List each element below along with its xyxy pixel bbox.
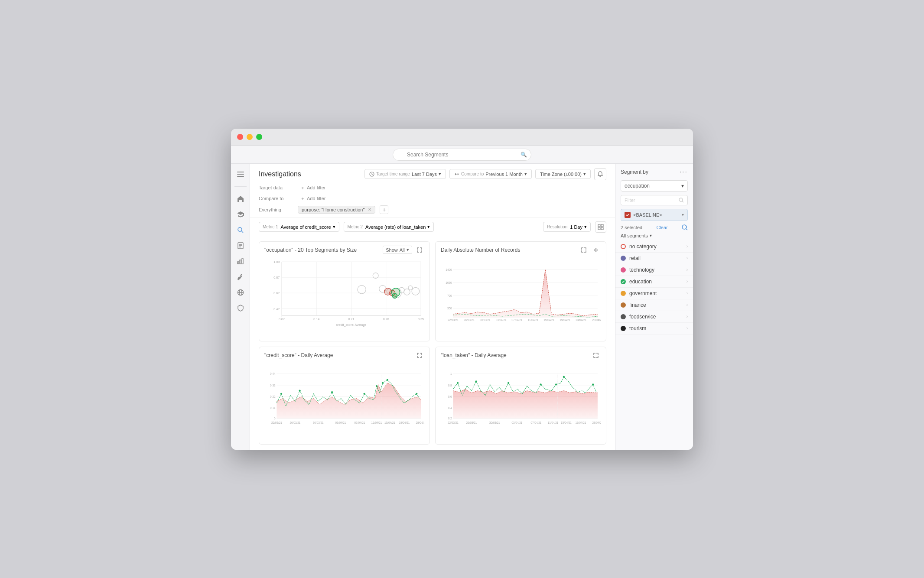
page-header: Investigations Target time range Last 7 …: [250, 164, 615, 180]
segment-item-finance[interactable]: finance ›: [615, 299, 693, 311]
segment-name: tourism: [629, 325, 646, 331]
compare-to-row: Compare to ＋ Add filter: [259, 195, 606, 203]
svg-text:03/04/21: 03/04/21: [335, 421, 346, 424]
segment-by-select[interactable]: occupation ▾: [621, 180, 688, 192]
baseline-label: <BASELINE>: [633, 212, 662, 218]
scatter-expand-button[interactable]: [415, 245, 424, 255]
svg-rect-0: [237, 172, 244, 172]
everything-label: Everything: [259, 207, 293, 212]
segment-item-government[interactable]: government ›: [615, 288, 693, 299]
metric2-select[interactable]: Metric 2 Average (rate) of loan_taken ▾: [344, 222, 434, 232]
sidebar-item-reports[interactable]: [234, 239, 247, 253]
notifications-button[interactable]: [594, 168, 606, 180]
add-filter-compare-button[interactable]: ＋ Add filter: [298, 195, 328, 203]
segment-item-no-category[interactable]: no category ›: [615, 241, 693, 253]
segment-list: no category › retail › technology › educ…: [615, 241, 693, 334]
sidebar-item-menu[interactable]: [234, 167, 247, 181]
scatter-chart-svg: 1.09 0.87 0.67 0.47 0.07 0.14 0.21 0.28 …: [264, 258, 424, 328]
sidebar-item-tools[interactable]: [234, 270, 247, 284]
sidebar-item-globe[interactable]: [234, 286, 247, 299]
records-expand-button[interactable]: [579, 245, 589, 255]
sidebar-item-analytics[interactable]: [234, 254, 247, 268]
svg-text:28/04/21: 28/04/21: [592, 421, 601, 424]
header-controls: Target time range Last 7 Days ▾ Compare …: [364, 168, 606, 180]
timezone-value: Time Zone (±00:00): [540, 172, 582, 177]
grid-button[interactable]: [595, 221, 606, 233]
svg-text:30/03/21: 30/03/21: [313, 421, 324, 424]
scatter-chart-body: 1.09 0.87 0.67 0.47 0.07 0.14 0.21 0.28 …: [259, 258, 429, 332]
maximize-button[interactable]: [256, 134, 262, 140]
segment-name: no category: [629, 244, 657, 250]
scatter-show-select[interactable]: Show All ▾: [383, 246, 412, 254]
svg-point-49: [404, 289, 410, 295]
sidebar-item-shield[interactable]: [234, 301, 247, 315]
svg-text:1: 1: [450, 372, 452, 375]
svg-line-136: [686, 229, 687, 230]
compare-to-value: Previous 1 Month: [485, 172, 523, 177]
panel-more-button[interactable]: ···: [680, 168, 688, 176]
svg-text:30/03/21: 30/03/21: [480, 318, 491, 321]
svg-point-93: [376, 385, 377, 386]
svg-text:0.22: 0.22: [270, 395, 276, 398]
baseline-checkbox[interactable]: [625, 212, 631, 218]
svg-point-96: [416, 393, 417, 394]
svg-text:0.21: 0.21: [348, 317, 355, 321]
sidebar-item-search[interactable]: [234, 223, 247, 237]
sidebar-item-home[interactable]: [234, 192, 247, 206]
svg-point-50: [408, 286, 413, 290]
segment-item-education[interactable]: education ›: [615, 276, 693, 288]
segment-item-tourism[interactable]: tourism ›: [615, 323, 693, 334]
svg-point-123: [592, 383, 594, 385]
svg-rect-18: [601, 224, 603, 227]
svg-text:0.28: 0.28: [383, 317, 389, 321]
svg-text:700: 700: [447, 294, 452, 297]
search-segments-icon[interactable]: [682, 224, 688, 231]
filter-tag[interactable]: purpose: "Home construction" ✕: [298, 206, 375, 214]
svg-rect-9: [238, 262, 239, 264]
filter-search-box[interactable]: Filter: [621, 195, 688, 205]
filter-add-plus[interactable]: +: [380, 205, 388, 214]
close-button[interactable]: [237, 134, 243, 140]
segment-item-left: education: [621, 279, 652, 285]
segment-name: foodservice: [629, 314, 656, 320]
svg-point-12: [238, 277, 240, 279]
all-segments-toggle[interactable]: All segments ▾: [621, 233, 688, 238]
time-range-button[interactable]: Target time range Last 7 Days ▾: [364, 169, 446, 179]
timezone-button[interactable]: Time Zone (±00:00) ▾: [535, 169, 591, 179]
records-crosshair-button[interactable]: [591, 245, 601, 255]
credit-expand-button[interactable]: [415, 351, 424, 360]
clear-button[interactable]: Clear: [656, 225, 667, 230]
svg-rect-17: [598, 224, 600, 227]
compare-to-button[interactable]: Compare to Previous 1 Month ▾: [449, 169, 532, 179]
segment-chevron-icon: ›: [686, 244, 688, 249]
svg-text:0.87: 0.87: [273, 276, 280, 279]
all-segments-label: All segments: [621, 233, 648, 238]
credit-chart-actions: [415, 351, 424, 360]
svg-rect-2: [237, 176, 244, 177]
search-input[interactable]: [393, 149, 531, 161]
minimize-button[interactable]: [247, 134, 253, 140]
resolution-select[interactable]: Resolution 1 Day ▾: [543, 222, 591, 232]
segment-name: retail: [629, 255, 641, 261]
add-filter-target-button[interactable]: ＋ Add filter: [298, 184, 328, 192]
segment-item-technology[interactable]: technology ›: [615, 264, 693, 276]
svg-text:1400: 1400: [446, 268, 452, 271]
segment-item-retail[interactable]: retail ›: [615, 253, 693, 264]
resolution-value: 1 Day: [570, 224, 582, 230]
segment-item-left: retail: [621, 255, 641, 261]
loan-expand-button[interactable]: [591, 351, 601, 360]
segment-item-foodservice[interactable]: foodservice ›: [615, 311, 693, 323]
baseline-chevron-icon: ▾: [682, 212, 684, 217]
records-chart-actions: [579, 245, 601, 255]
svg-rect-1: [237, 174, 244, 175]
svg-line-4: [241, 231, 243, 233]
panel-title: Segment by: [621, 169, 648, 175]
metric1-select[interactable]: Metric 1 Average of credit_score ▾: [259, 222, 339, 232]
segment-name: education: [629, 279, 652, 285]
svg-text:0.35: 0.35: [418, 317, 424, 321]
baseline-row[interactable]: <BASELINE> ▾: [621, 209, 688, 221]
filter-tag-remove[interactable]: ✕: [368, 207, 371, 212]
sidebar-item-learn[interactable]: [234, 208, 247, 221]
filter-search-icon: [679, 198, 684, 203]
loan-chart-title: "loan_taken" - Daily Average: [441, 352, 507, 358]
